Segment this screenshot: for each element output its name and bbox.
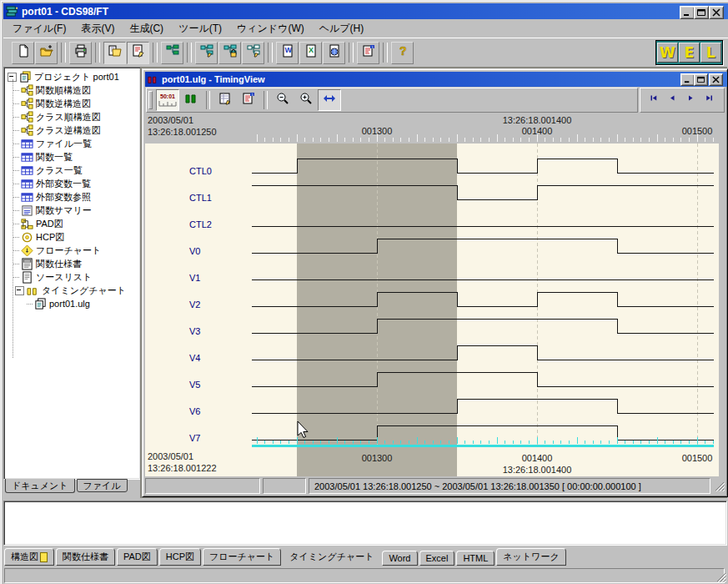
doc-tab-1[interactable]: 関数仕様書 xyxy=(56,548,115,566)
tree-item-0[interactable]: 関数順構造図 xyxy=(4,83,140,97)
toolbar-drag-handle[interactable] xyxy=(148,91,153,109)
svg-text:001500: 001500 xyxy=(682,126,713,136)
export-word-button[interactable]: W xyxy=(276,42,299,64)
doc-tab-7[interactable]: Excel xyxy=(419,551,455,566)
svg-text:CTL2: CTL2 xyxy=(189,219,212,229)
tree-item-8[interactable]: 外部変数参照 xyxy=(4,190,140,204)
tree-item-11[interactable]: HCP図 xyxy=(4,230,140,244)
sidebar-tab-file[interactable]: ファイル xyxy=(77,479,128,492)
svg-text:001500: 001500 xyxy=(682,453,713,463)
doc-tab-5[interactable]: タイミングチャート xyxy=(283,548,380,566)
generate-tree-lock-button[interactable] xyxy=(218,42,241,64)
new-document-icon xyxy=(17,44,30,61)
output-panel-toggle-button[interactable] xyxy=(127,42,149,64)
output-pane[interactable] xyxy=(3,501,727,546)
timing-view-window: port01.ulg - TimingView 50:01 1 2003/05/… xyxy=(142,68,728,497)
generate-structure-button[interactable] xyxy=(161,42,183,64)
timing-status-pane-2 xyxy=(263,478,306,494)
tree-item-14[interactable]: ソースリスト xyxy=(4,270,140,284)
tree-item-10[interactable]: PAD図 xyxy=(4,217,140,230)
tree-guide-stub xyxy=(13,90,19,91)
collapse-expander-icon[interactable] xyxy=(15,286,24,295)
doc-tab-8[interactable]: HTML xyxy=(456,551,495,566)
tree-item-1[interactable]: 関数逆構造図 xyxy=(4,97,140,110)
waveform-area[interactable]: CTL0CTL1CTL2V0V1V2V3V4V5V6V72003/05/0113… xyxy=(145,143,719,476)
pulse-button[interactable] xyxy=(179,89,203,111)
generate-tree-partial-button[interactable] xyxy=(242,42,264,64)
tree-item-9[interactable]: 関数サマリー xyxy=(4,204,140,217)
tree-item-6[interactable]: クラス一覧 xyxy=(4,164,140,177)
zoom-out-button[interactable] xyxy=(271,89,294,111)
time-scale-button[interactable]: 50:01 xyxy=(156,89,179,111)
generate-structure-icon xyxy=(166,44,179,61)
nav-first-button[interactable] xyxy=(645,91,664,109)
timing-toolbar: 50:01 1 xyxy=(146,88,638,113)
doc-tab-3[interactable]: HCP図 xyxy=(159,548,201,566)
project-panel-toggle-button[interactable] xyxy=(103,42,126,64)
menu-item-3[interactable]: ツール(T) xyxy=(171,20,229,38)
list-icon xyxy=(21,191,33,204)
properties-button[interactable]: 1 xyxy=(357,42,379,64)
tree-item-13[interactable]: 関数仕様書 xyxy=(4,257,140,270)
fit-width-button[interactable] xyxy=(318,89,341,111)
tree-item-12[interactable]: フローチャート xyxy=(4,244,140,257)
open-folder-button[interactable] xyxy=(35,42,58,64)
tree-item-3[interactable]: クラス逆構造図 xyxy=(4,123,140,137)
doc-tab-2[interactable]: PAD図 xyxy=(117,548,158,566)
timing-maximize-button[interactable] xyxy=(694,73,708,86)
menu-item-1[interactable]: 表示(V) xyxy=(73,20,122,38)
timing-chart[interactable]: CTL0CTL1CTL2V0V1V2V3V4V5V6V72003/05/0113… xyxy=(145,143,719,476)
tree-item-4[interactable]: ファイル一覧 xyxy=(4,137,140,150)
tree-item-5[interactable]: 関数一覧 xyxy=(4,150,140,164)
doc-tab-4[interactable]: フローチャート xyxy=(203,548,281,566)
tree-guide-stub xyxy=(13,170,19,171)
tree-guide-stub xyxy=(27,304,33,305)
generate-tree-edit-icon xyxy=(200,44,213,61)
nav-prev-button[interactable] xyxy=(664,91,682,109)
generate-tree-edit-button[interactable] xyxy=(195,42,218,64)
timing-resize-grip[interactable] xyxy=(713,478,725,492)
sidebar-tab-document[interactable]: ドキュメント xyxy=(5,479,75,493)
tree-guide-stub xyxy=(13,117,19,118)
doc-tab-label: フローチャート xyxy=(209,551,274,563)
project-icon xyxy=(19,71,32,83)
tree-item-label: ファイル一覧 xyxy=(36,138,92,150)
doc-tab-6[interactable]: Word xyxy=(382,551,417,566)
print-button[interactable] xyxy=(69,42,92,64)
menu-bar: ファイル(F)表示(V)生成(C)ツール(T)ウィンドウ(W)ヘルプ(H) xyxy=(3,20,727,37)
minimize-button[interactable] xyxy=(680,6,695,19)
project-tree-panel[interactable]: プロジェクト port01 関数順構造図 関数逆構造図 クラス順構造図 クラス逆… xyxy=(3,67,141,480)
menu-item-4[interactable]: ウィンドウ(W) xyxy=(229,20,312,38)
tree-guide-stub xyxy=(13,103,19,104)
tree-item-7[interactable]: 外部変数一覧 xyxy=(4,177,140,190)
menu-item-2[interactable]: 生成(C) xyxy=(122,20,171,38)
sheet-properties-button[interactable]: 1 xyxy=(237,89,260,111)
tree-guide-stub xyxy=(13,197,19,198)
nav-next-button[interactable] xyxy=(682,91,700,109)
time-ruler-top[interactable]: 2003/05/0113:26:18.00125013:26:18.001400… xyxy=(145,113,719,143)
tree-item-15[interactable]: タイミングチャート xyxy=(4,284,140,297)
doc-tab-9[interactable]: ネットワーク xyxy=(496,548,565,566)
tree-item-2[interactable]: クラス順構造図 xyxy=(4,110,140,123)
close-button[interactable] xyxy=(709,6,724,19)
svg-text:V1: V1 xyxy=(189,273,200,283)
export-html-button[interactable] xyxy=(323,42,345,64)
menu-item-0[interactable]: ファイル(F) xyxy=(5,20,73,38)
help-button[interactable]: ? xyxy=(391,42,414,64)
timing-minimize-button[interactable] xyxy=(680,73,695,86)
doc-tab-label: HTML xyxy=(463,553,488,563)
maximize-button[interactable] xyxy=(694,6,709,19)
new-document-button[interactable] xyxy=(12,42,34,64)
svg-text:001400: 001400 xyxy=(522,453,553,463)
nav-last-button[interactable] xyxy=(700,91,719,109)
tree-root-project[interactable]: プロジェクト port01 xyxy=(4,70,140,83)
pad-icon xyxy=(21,218,33,230)
tree-item-16[interactable]: port01.ulg xyxy=(4,297,140,310)
main-resize-grip[interactable] xyxy=(715,571,726,582)
timing-close-button[interactable] xyxy=(709,73,723,86)
zoom-in-button[interactable] xyxy=(294,89,318,111)
menu-item-5[interactable]: ヘルプ(H) xyxy=(312,20,372,38)
doc-tab-0[interactable]: 構造図 xyxy=(4,548,54,566)
edit-sheet-button[interactable] xyxy=(213,89,237,111)
export-excel-button[interactable]: X xyxy=(299,42,322,64)
